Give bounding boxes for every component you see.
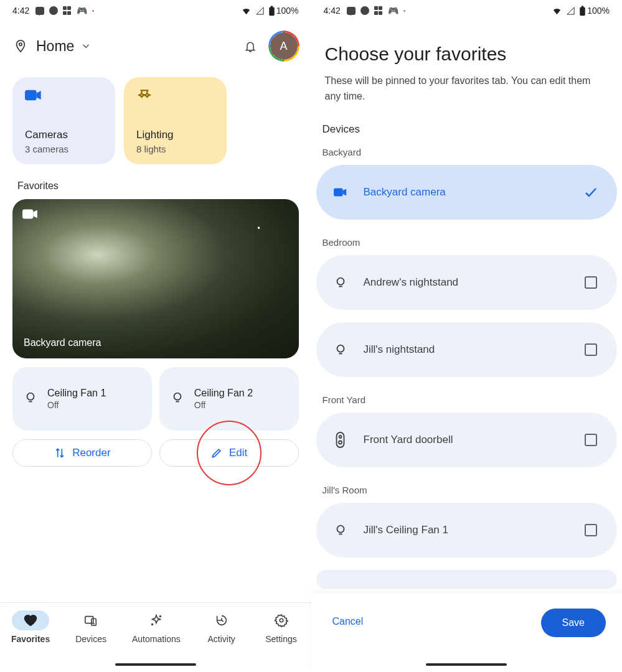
device-status: Off [47,400,106,410]
battery-icon: 100% [579,6,610,16]
favorites-device-list[interactable]: Devices Backyard Backyard camera Bedroom… [311,105,623,672]
checkbox-unchecked-icon [583,432,598,447]
favorites-action-row: Reorder Edit [0,431,311,475]
svg-rect-17 [585,277,596,288]
nav-activity[interactable]: Activity [203,610,240,644]
option-name: Front Yard doorbell [364,434,584,446]
svg-point-11 [152,624,153,625]
svg-rect-15 [334,188,343,196]
nav-label: Activity [207,634,235,644]
favorite-option-partial[interactable] [316,570,618,589]
notifications-icon[interactable] [244,39,257,53]
light-icon [171,391,184,407]
svg-rect-0 [269,7,275,16]
svg-rect-1 [270,6,272,7]
avatar[interactable]: A [270,32,298,60]
notification-chat-icon [35,7,44,15]
choose-favorites-subtitle: These will be pinned to your favorites t… [325,73,609,105]
devices-icon [72,610,110,630]
svg-point-12 [280,618,283,622]
battery-icon: 100% [268,6,299,16]
gear-icon [263,610,300,630]
notification-game-icon: 🎮 [388,6,398,16]
camera-icon [25,88,103,108]
nav-favorites[interactable]: Favorites [11,610,50,644]
nav-automations[interactable]: Automations [132,610,181,644]
home-screen: 4:42 🎮 100% Home [0,0,311,672]
nav-label: Devices [75,634,106,644]
edit-button[interactable]: Edit [159,439,299,467]
signal-icon [255,6,265,16]
location-pin-icon[interactable] [14,39,27,53]
svg-rect-13 [580,7,585,16]
devices-section-label: Devices [316,105,618,142]
wifi-icon [241,6,252,16]
device-tile[interactable]: Ceiling Fan 2 Off [159,367,299,431]
checkbox-unchecked-icon [583,275,598,290]
wifi-icon [552,6,562,16]
device-title: Ceiling Fan 2 [194,388,253,399]
option-name: Andrew's nightstand [364,276,584,289]
notification-slack-icon [63,6,72,15]
group-label: Front Yard [316,390,618,413]
status-time: 4:42 [12,6,29,16]
svg-point-18 [337,345,344,352]
svg-point-21 [339,436,342,438]
group-label: Jill's Room [316,480,618,503]
svg-point-22 [339,441,342,444]
nav-settings[interactable]: Settings [263,610,300,644]
device-title: Ceiling Fan 1 [47,388,106,399]
bottom-navigation: Favorites Devices Automations Activity S… [0,602,311,672]
category-subtitle: 8 lights [136,144,214,154]
category-subtitle: 3 cameras [25,144,103,154]
favorite-option[interactable]: Front Yard doorbell [316,413,618,467]
notification-messenger-icon [360,6,369,15]
home-header: Home A [0,21,311,65]
category-row: Cameras 3 cameras Lighting 8 lights [0,65,311,164]
choose-favorites-title: Choose your favorites [325,44,609,65]
favorite-option[interactable]: Jill's Ceiling Fan 1 [316,503,618,558]
status-bar: 4:42 🎮 100% [311,0,623,21]
group-label: Bedroom [316,232,618,255]
notification-more-icon [92,10,94,12]
svg-point-9 [93,623,94,624]
favorite-device-row: Ceiling Fan 1 Off Ceiling Fan 2 Off [0,358,311,431]
favorites-section-label: Favorites [0,164,311,199]
home-title[interactable]: Home [36,38,74,55]
chevron-down-icon[interactable] [80,40,92,52]
group-label: Backyard [316,142,618,165]
battery-percent: 100% [276,6,299,16]
home-indicator[interactable] [115,663,196,666]
sparkle-icon [138,610,175,630]
svg-rect-14 [582,6,583,7]
category-card-cameras[interactable]: Cameras 3 cameras [12,77,115,164]
category-title: Cameras [25,129,103,141]
light-icon [24,391,37,407]
cancel-button[interactable]: Cancel [327,609,369,635]
home-indicator[interactable] [426,663,507,666]
light-icon [330,343,351,357]
nav-devices[interactable]: Devices [72,610,110,644]
category-card-lighting[interactable]: Lighting 8 lights [124,77,227,164]
favorite-option[interactable]: Jill's nightstand [316,322,618,377]
device-tile[interactable]: Ceiling Fan 1 Off [12,367,152,431]
svg-point-5 [27,393,34,400]
option-name: Backyard camera [364,186,584,198]
svg-point-2 [19,43,22,45]
notification-chat-icon [347,7,356,15]
edit-label: Edit [229,447,247,459]
signal-icon [566,6,575,16]
svg-point-10 [159,616,161,617]
favorite-option[interactable]: Andrew's nightstand [316,255,618,310]
history-icon [203,610,240,630]
camera-live-card[interactable]: Backyard camera [12,199,299,358]
notification-slack-icon [374,6,383,15]
reorder-button[interactable]: Reorder [12,439,152,467]
lighting-icon [136,88,214,108]
save-button[interactable]: Save [541,609,606,637]
notification-messenger-icon [49,6,58,15]
svg-point-6 [174,393,181,400]
svg-rect-20 [337,432,344,447]
option-name: Jill's Ceiling Fan 1 [364,524,584,536]
favorite-option[interactable]: Backyard camera [316,165,618,220]
